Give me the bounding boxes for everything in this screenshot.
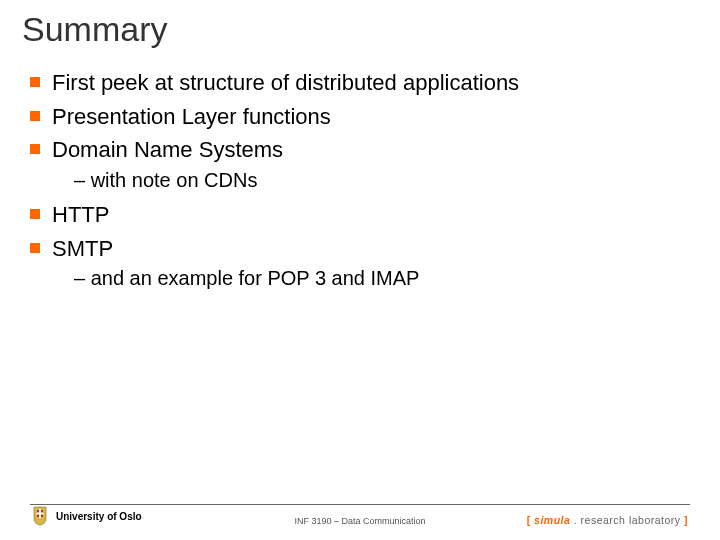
slide-title: Summary bbox=[22, 10, 167, 49]
square-bullet-icon bbox=[30, 243, 40, 253]
bullet-item: SMTP bbox=[30, 234, 690, 264]
square-bullet-icon bbox=[30, 144, 40, 154]
university-crest-icon bbox=[32, 506, 48, 526]
sub-bullet-text: – and an example for POP 3 and IMAP bbox=[74, 267, 419, 289]
square-bullet-icon bbox=[30, 209, 40, 219]
footer-right: [ simula . research laboratory ] bbox=[527, 514, 688, 526]
square-bullet-icon bbox=[30, 77, 40, 87]
bullet-text: First peek at structure of distributed a… bbox=[52, 68, 519, 98]
footer-left: University of Oslo bbox=[32, 506, 142, 526]
sub-bullet-item: – and an example for POP 3 and IMAP bbox=[74, 267, 690, 290]
footer-center-text: INF 3190 – Data Communication bbox=[294, 516, 425, 526]
bullet-text: HTTP bbox=[52, 200, 109, 230]
bullet-item: First peek at structure of distributed a… bbox=[30, 68, 690, 98]
svg-rect-2 bbox=[37, 513, 44, 515]
footer-left-text: University of Oslo bbox=[56, 511, 142, 522]
bracket-open: [ bbox=[527, 514, 534, 526]
bullet-text: Domain Name Systems bbox=[52, 135, 283, 165]
brand-dot: . bbox=[570, 514, 580, 526]
brand-research-laboratory: research laboratory bbox=[581, 514, 681, 526]
sub-bullet-item: – with note on CDNs bbox=[74, 169, 690, 192]
bullet-item: Domain Name Systems bbox=[30, 135, 690, 165]
bullet-item: HTTP bbox=[30, 200, 690, 230]
slide-content: First peek at structure of distributed a… bbox=[30, 68, 690, 298]
brand-simula: simula bbox=[534, 514, 570, 526]
bullet-text: SMTP bbox=[52, 234, 113, 264]
square-bullet-icon bbox=[30, 111, 40, 121]
slide-footer: University of Oslo INF 3190 – Data Commu… bbox=[0, 500, 720, 540]
sub-bullet-text: – with note on CDNs bbox=[74, 169, 257, 191]
bullet-item: Presentation Layer functions bbox=[30, 102, 690, 132]
slide: Summary First peek at structure of distr… bbox=[0, 0, 720, 540]
footer-divider bbox=[30, 504, 690, 505]
bracket-close: ] bbox=[681, 514, 688, 526]
bullet-text: Presentation Layer functions bbox=[52, 102, 331, 132]
